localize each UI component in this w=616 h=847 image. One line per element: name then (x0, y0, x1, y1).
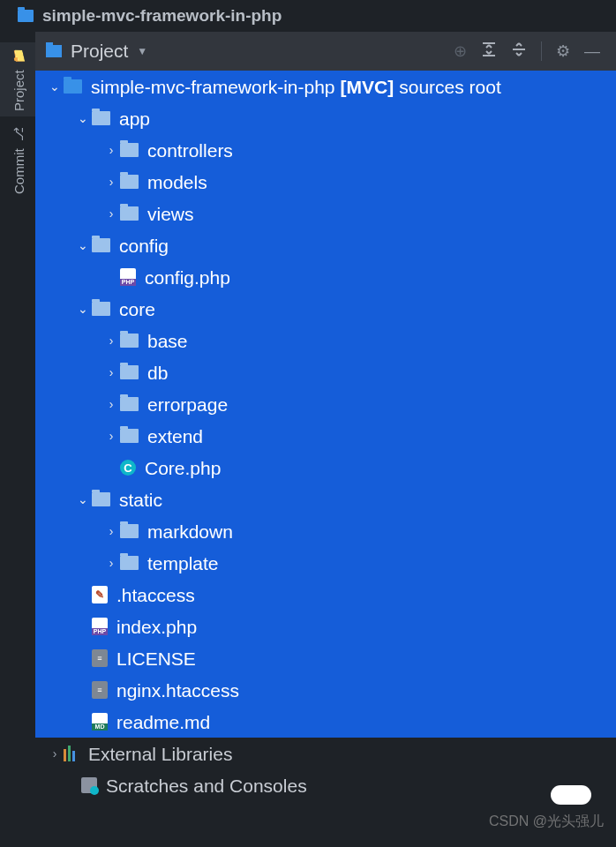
chevron-right-icon[interactable]: › (102, 144, 120, 156)
tree-label: config.php (145, 268, 230, 287)
tree-row[interactable]: config.php (35, 261, 616, 293)
tree-label: config (119, 236, 169, 255)
tree-row[interactable]: ›errorpage (35, 388, 616, 420)
tree-row[interactable]: ›models (35, 166, 616, 198)
library-icon (64, 746, 79, 761)
markdown-file-icon (92, 713, 108, 731)
sidebar-tab-project[interactable]: Project 📁 (0, 42, 35, 116)
tree-label: Core.php (145, 459, 221, 477)
chevron-down-icon[interactable]: ⌄ (74, 239, 92, 251)
chevron-down-icon[interactable]: ⌄ (74, 303, 92, 315)
sidebar-tab-label: Project (11, 70, 26, 111)
tree-row[interactable]: ⌄simple-mvc-framework-in-php [MVC] sourc… (35, 71, 616, 102)
tree-label: models (147, 173, 207, 191)
chevron-right-icon[interactable]: › (102, 207, 120, 220)
class-file-icon: C (120, 460, 136, 476)
tree-row[interactable]: ⌄core (35, 293, 616, 325)
folder-icon (92, 302, 110, 316)
text-file-icon: ≡ (92, 681, 108, 699)
chevron-down-icon[interactable]: ⌄ (74, 112, 92, 124)
collapse-all-icon[interactable] (511, 41, 527, 62)
separator (541, 41, 542, 61)
scratch-icon (81, 777, 97, 793)
folder-icon (120, 365, 139, 379)
text-file-icon: ≡ (92, 649, 108, 667)
tree-label: index.php (116, 618, 197, 636)
toolbar-left[interactable]: Project ▼ (44, 41, 147, 62)
tree-row[interactable]: Scratches and Consoles (35, 769, 616, 801)
tree-label: Scratches and Consoles (106, 776, 307, 795)
tree-row[interactable]: ⌄app (35, 102, 616, 134)
folder-icon (120, 556, 139, 570)
tree-label: core (119, 300, 155, 319)
tree-row[interactable]: ›template (35, 547, 616, 579)
folder-icon: 📁 (11, 49, 26, 63)
folder-icon (18, 10, 34, 22)
chevron-right-icon[interactable]: › (102, 430, 120, 442)
tree-label: base (147, 332, 188, 350)
tree-label: views (147, 205, 194, 223)
chevron-down-icon[interactable]: ⌄ (46, 80, 64, 93)
commit-icon: ⎇ (11, 127, 26, 141)
folder-icon (92, 492, 110, 506)
chevron-right-icon[interactable]: › (102, 398, 120, 410)
module-tag: [MVC] (341, 78, 394, 96)
root-suffix: sources root (399, 78, 501, 96)
folder-icon (64, 79, 82, 94)
tree-row[interactable]: ›markdown (35, 515, 616, 547)
tree-row[interactable]: ⌄config (35, 229, 616, 261)
tree-row[interactable]: ›base (35, 325, 616, 356)
tree-label: nginx.htaccess (116, 681, 239, 700)
folder-icon (120, 524, 139, 538)
tree-label: readme.md (116, 713, 210, 731)
tree-row[interactable]: readme.md (35, 706, 616, 738)
tree-row[interactable]: ›views (35, 198, 616, 229)
tree-label: simple-mvc-framework-in-php (91, 78, 335, 96)
sidebar-tab-label: Commit (11, 148, 26, 194)
tree-row[interactable]: ≡nginx.htaccess (35, 674, 616, 706)
tree-label: extend (147, 427, 203, 446)
chevron-right-icon[interactable]: › (46, 747, 64, 760)
chevron-right-icon[interactable]: › (102, 557, 120, 569)
folder-icon (120, 175, 139, 189)
chevron-right-icon[interactable]: › (102, 525, 120, 537)
tree-row[interactable]: ✎.htaccess (35, 579, 616, 611)
tree-row[interactable]: ›extend (35, 420, 616, 452)
folder-icon (92, 238, 110, 252)
tree-row[interactable]: ≡LICENSE (35, 642, 616, 674)
tree-row[interactable]: ›controllers (35, 134, 616, 166)
tool-sidebar: Project 📁 Commit ⎇ (0, 32, 35, 847)
tree-label: static (119, 491, 162, 509)
htaccess-file-icon: ✎ (92, 586, 108, 603)
folder-icon (120, 206, 139, 221)
tree-row[interactable]: CCore.php (35, 452, 616, 483)
project-tree[interactable]: ⌄simple-mvc-framework-in-php [MVC] sourc… (35, 71, 616, 847)
chevron-down-icon[interactable]: ⌄ (74, 493, 92, 506)
tree-label: External Libraries (88, 745, 232, 763)
chevron-right-icon[interactable]: › (102, 176, 120, 188)
content: Project ▼ ⊕ ⚙ — ⌄simple-mvc-framework-in… (35, 32, 616, 847)
chevron-right-icon[interactable]: › (102, 366, 120, 379)
tree-label: .htaccess (116, 586, 195, 604)
tree-label: markdown (147, 522, 233, 541)
project-toolbar: Project ▼ ⊕ ⚙ — (35, 32, 616, 71)
folder-icon (120, 143, 139, 157)
expand-all-icon[interactable] (481, 41, 497, 62)
chevron-down-icon[interactable]: ▼ (137, 45, 147, 57)
main: Project 📁 Commit ⎇ Project ▼ ⊕ (0, 32, 616, 847)
overlay-pill (551, 785, 591, 805)
php-file-icon (120, 268, 136, 286)
project-icon (46, 45, 62, 57)
tree-row[interactable]: index.php (35, 611, 616, 642)
gear-icon[interactable]: ⚙ (556, 41, 570, 61)
watermark: CSDN @光头强儿 (489, 813, 604, 831)
tree-row[interactable]: ›External Libraries (35, 738, 616, 769)
sidebar-tab-commit[interactable]: Commit ⎇ (0, 116, 35, 205)
tree-row[interactable]: ›db (35, 356, 616, 388)
tree-label: controllers (147, 141, 233, 160)
tree-row[interactable]: ⌄static (35, 483, 616, 515)
chevron-right-icon[interactable]: › (102, 334, 120, 347)
toolbar-right: ⊕ ⚙ — (454, 41, 607, 62)
hide-icon[interactable]: — (584, 42, 600, 61)
target-icon[interactable]: ⊕ (454, 41, 467, 61)
